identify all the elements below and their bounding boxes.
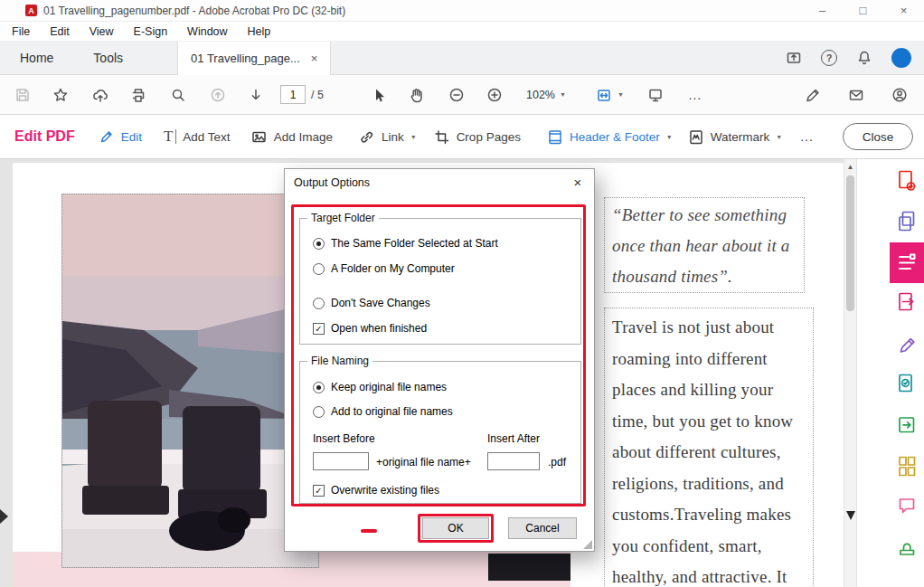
scroll-down-arrow[interactable] — [846, 511, 855, 520]
page-number-input[interactable] — [281, 87, 305, 104]
sidebar-tool-print-production[interactable] — [890, 527, 924, 568]
crop-pages-button[interactable]: Crop Pages — [433, 128, 521, 146]
second-photo-partial[interactable] — [488, 554, 570, 581]
zoom-in-button[interactable] — [479, 81, 510, 109]
sidebar-tool-organize-pages[interactable] — [890, 446, 924, 487]
menu-window[interactable]: Window — [177, 25, 237, 38]
window-close-button[interactable]: × — [883, 0, 924, 22]
radio-add-to-original-file-names[interactable]: Add to original file names — [313, 405, 453, 418]
arrow-down-icon — [247, 86, 265, 104]
help-icon[interactable]: ? — [821, 50, 837, 66]
file-naming-group-label: File Naming — [307, 355, 372, 367]
envelope-icon — [847, 86, 865, 104]
window-title: 01 Travelling_pagenumber.pdf - Adobe Acr… — [43, 5, 345, 17]
scroll-thumb[interactable] — [846, 175, 854, 311]
sidebar-tool-request-signatures[interactable] — [890, 365, 924, 405]
dialog-resize-grip[interactable] — [583, 540, 592, 549]
body-line: customs.Traveling makes — [612, 499, 806, 531]
target-folder-group: Target Folder The Same Folder Selected a… — [299, 218, 581, 345]
watermark-icon — [687, 128, 704, 146]
acrobat-window: A 01 Travelling_pagenumber.pdf - Adobe A… — [0, 0, 924, 587]
tab-document[interactable]: 01 Travelling_page... × — [177, 42, 331, 75]
dialog-title-bar[interactable]: Output Options × — [285, 169, 594, 196]
sidebar-tool-edit-pdf[interactable] — [890, 242, 924, 283]
radio-folder-on-my-computer[interactable]: A Folder on My Computer — [313, 262, 455, 275]
sidebar-tool-send-for-review[interactable] — [890, 405, 924, 446]
save-to-cloud-button[interactable] — [85, 81, 116, 109]
checkbox-overwrite-existing-files[interactable]: ✓ Overwrite existing files — [313, 484, 439, 497]
page-fit-dropdown[interactable]: ▼ — [589, 82, 629, 108]
radio-dont-save-changes[interactable]: Don't Save Changes — [313, 297, 430, 309]
menu-edit[interactable]: Edit — [40, 25, 80, 38]
document-tab-close-button[interactable]: × — [311, 52, 318, 65]
link-dropdown[interactable]: Link ▼ — [358, 128, 417, 146]
checkbox-checked-icon: ✓ — [313, 485, 325, 497]
dialog-title: Output Options — [294, 176, 370, 189]
sidebar-tool-comment[interactable] — [890, 487, 924, 527]
menu-view[interactable]: View — [80, 25, 124, 38]
tab-tools[interactable]: Tools — [73, 42, 143, 75]
menu-help[interactable]: Help — [238, 25, 281, 38]
edit-more-tools-button[interactable]: ... — [800, 129, 814, 144]
zoom-level-dropdown[interactable]: 102% ▼ — [521, 85, 571, 105]
menu-file[interactable]: File — [2, 25, 40, 38]
edit-pdf-toolbar: Edit PDF Edit T Add Text Add Image Link … — [0, 115, 924, 159]
link-icon — [358, 128, 375, 146]
cancel-button[interactable]: Cancel — [508, 517, 577, 539]
favorites-star-button[interactable] — [45, 81, 76, 109]
fit-width-icon — [595, 86, 613, 104]
ellipsis-icon: ... — [689, 88, 702, 102]
sidebar-tool-create-pdf[interactable] — [890, 161, 924, 202]
add-text-button[interactable]: T Add Text — [164, 129, 231, 144]
checkbox-checked-icon: ✓ — [313, 323, 325, 335]
next-page-button[interactable] — [240, 81, 271, 109]
watermark-dropdown[interactable]: Watermark ▼ — [687, 128, 782, 146]
fill-sign-pen-button[interactable] — [797, 81, 828, 109]
monitor-icon — [646, 86, 665, 104]
arrow-up-circle-icon — [209, 86, 227, 104]
dialog-close-button[interactable]: × — [561, 169, 594, 194]
save-button[interactable] — [7, 81, 38, 109]
close-edit-pdf-button[interactable]: Close — [843, 123, 913, 150]
insert-after-input[interactable] — [487, 452, 540, 470]
window-maximize-button[interactable]: □ — [843, 0, 883, 22]
edit-pdf-title: Edit PDF — [14, 128, 75, 145]
vertical-scrollbar[interactable]: ▲ — [844, 159, 856, 587]
zoom-out-button[interactable] — [441, 81, 472, 109]
profile-button[interactable] — [884, 81, 915, 109]
menu-esign[interactable]: E-Sign — [124, 25, 178, 38]
checkbox-open-when-finished[interactable]: ✓ Open when finished — [313, 322, 427, 335]
expand-navpane-arrow[interactable] — [0, 509, 8, 524]
notifications-bell-icon[interactable] — [855, 49, 873, 67]
insert-before-input[interactable] — [313, 452, 369, 470]
radio-same-folder-at-start[interactable]: The Same Folder Selected at Start — [313, 237, 498, 250]
original-file-name-label: +original file name+ — [376, 456, 471, 469]
header-footer-dropdown[interactable]: Header & Footer ▼ — [546, 128, 673, 146]
travel-photo[interactable] — [61, 194, 319, 568]
add-image-button[interactable]: Add Image — [250, 128, 333, 146]
sidebar-tool-combine-files[interactable] — [890, 202, 924, 242]
sidebar-tool-fill-and-sign[interactable] — [890, 324, 924, 365]
send-for-review-icon — [897, 413, 917, 438]
edit-button[interactable]: Edit — [99, 128, 142, 145]
sidebar-tool-export-pdf[interactable] — [890, 283, 924, 324]
select-tool-button[interactable] — [363, 81, 394, 109]
user-avatar[interactable] — [891, 48, 911, 68]
text-tool-icon: T — [164, 129, 176, 144]
marquee-zoom-button[interactable] — [163, 81, 193, 109]
more-tools-button[interactable]: ... — [680, 81, 711, 109]
print-button[interactable] — [123, 81, 154, 109]
share-screen-icon[interactable] — [785, 49, 803, 67]
window-minimize-button[interactable]: – — [802, 0, 843, 22]
ok-button[interactable]: OK — [422, 517, 489, 539]
share-email-button[interactable] — [841, 81, 872, 109]
radio-keep-original-file-names[interactable]: Keep original file names — [313, 381, 447, 393]
quote-text-block[interactable]: “Better to see something once than hear … — [604, 197, 805, 293]
plus-circle-icon — [486, 86, 504, 104]
page-display-button[interactable] — [640, 81, 671, 109]
hand-tool-button[interactable] — [401, 81, 432, 109]
previous-view-button[interactable] — [203, 81, 233, 109]
scroll-up-arrow[interactable]: ▲ — [844, 163, 856, 171]
body-text-block[interactable]: Travel is not just about roaming into di… — [604, 308, 814, 587]
tab-home[interactable]: Home — [0, 42, 73, 75]
